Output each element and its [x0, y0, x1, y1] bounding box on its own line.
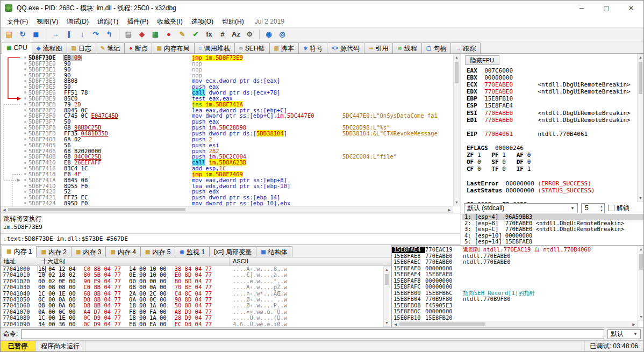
stack-row[interactable]: 15E8FAEC770EABE0ntdll.770EABE0 — [392, 259, 637, 265]
scroll-up-icon[interactable]: ▲ — [454, 54, 460, 61]
disasm-vscrollbar[interactable]: ▲ ▼ — [453, 54, 460, 206]
functions-button[interactable]: fx — [203, 28, 216, 40]
hide-fpu-button[interactable]: 隐藏FPU — [465, 55, 499, 65]
spinner-arrows-icon[interactable]: ▲▼ — [600, 204, 603, 213]
tab-notes[interactable]: ✎笔记 — [96, 42, 125, 53]
tab-breakpoints[interactable]: ●断点 — [124, 42, 152, 53]
menu-favourites[interactable]: 收藏夹(I) — [153, 18, 187, 25]
step-over-button[interactable]: ↷ — [89, 28, 102, 40]
breakpoint-dot[interactable] — [24, 91, 26, 94]
restart-button[interactable]: ↻ — [16, 28, 29, 40]
register-row[interactable]: EDI 770EABE0 <ntdll.DbgUiRemoteBreakin> — [467, 117, 636, 124]
breakpoint-dot[interactable] — [24, 138, 26, 140]
disassembly-panel[interactable]: 5D8F73DEEB 09jmp im.5D8F73E95D8F73E090no… — [1, 54, 460, 213]
breakpoints-button[interactable]: ● — [162, 28, 175, 40]
command-profile-select[interactable]: 默认 ▼ — [607, 329, 641, 339]
memory-row[interactable]: 7704109034 00 36 000C D9 04 77E8 00 EA 0… — [1, 321, 384, 327]
scroll-thumb[interactable] — [385, 274, 389, 285]
script-button[interactable]: ✎ — [176, 28, 189, 40]
breakpoint-dot[interactable] — [24, 62, 26, 64]
tab-handles[interactable]: ▢句柄 — [421, 42, 451, 53]
breakpoint-dot[interactable] — [24, 97, 26, 99]
breakpoint-dot[interactable] — [24, 185, 26, 187]
breakpoint-dot[interactable] — [24, 173, 26, 175]
scroll-right-icon[interactable]: ▶ — [446, 207, 453, 212]
tab-struct[interactable]: ▣结构体 — [256, 246, 292, 257]
tab-source[interactable]: <>源代码 — [327, 42, 364, 53]
stack-arg-row[interactable]: 1: [esp+4] 96A59BB3 — [462, 214, 643, 220]
memory-dump-panel[interactable]: 地址 十六进制 ASCII 7704100016 04 12 04C0 8B 0… — [1, 257, 391, 327]
register-row[interactable]: OF 0 SF 0 DF 0 — [467, 159, 636, 166]
run-button[interactable]: → — [49, 28, 62, 40]
register-row[interactable]: LastError 00000000 (ERROR_SUCCESS) — [467, 180, 636, 187]
scroll-up-icon[interactable]: ▲ — [384, 267, 390, 273]
register-row[interactable] — [467, 124, 636, 131]
registers-scrollbar[interactable]: ▲ ▼ — [637, 54, 644, 202]
run-until-return-button[interactable]: ↰ — [103, 28, 116, 40]
tab-log[interactable]: ▤日志 — [67, 42, 96, 53]
menu-file[interactable]: 文件(F) — [3, 18, 32, 25]
graph-button[interactable]: ◆ — [135, 28, 148, 40]
tab-threads[interactable]: ≋线程 — [392, 42, 421, 53]
register-row[interactable]: ZF 1 PF 1 AF 0 — [467, 152, 636, 159]
breakpoint-dot[interactable] — [24, 121, 26, 123]
scroll-down-icon[interactable]: ▼ — [638, 195, 643, 202]
scroll-left-icon[interactable]: ◀ — [392, 321, 399, 327]
tab-memory-4[interactable]: ▦内存 4 — [105, 246, 140, 257]
breakpoint-dot[interactable] — [24, 103, 26, 105]
menu-plugins[interactable]: 插件(P) — [123, 18, 153, 25]
tab-locals[interactable]: [x=]局部变量 — [209, 246, 256, 257]
scroll-thumb[interactable] — [639, 254, 643, 270]
scroll-thumb[interactable] — [399, 322, 485, 326]
register-row[interactable]: ECX 770EABE0 <ntdll.DbgUiRemoteBreakin> — [467, 81, 636, 88]
breakpoint-dot[interactable] — [24, 132, 26, 134]
tab-references[interactable]: ⇒引用 — [364, 42, 393, 53]
scroll-down-icon[interactable]: ▼ — [454, 199, 460, 206]
menu-help[interactable]: 帮助(H) — [218, 18, 248, 25]
breakpoint-dot[interactable] — [24, 86, 26, 88]
register-row[interactable]: ESP 15E8FAE4 — [467, 102, 636, 109]
tab-call-stack[interactable]: ≡调用堆栈 — [194, 42, 235, 53]
tab-graph[interactable]: ◆流程图 — [32, 42, 67, 53]
register-row[interactable] — [467, 194, 636, 201]
register-row[interactable]: EBX 00000000 — [467, 74, 636, 81]
breakpoint-dot[interactable] — [24, 68, 26, 70]
breakpoint-dot[interactable] — [24, 162, 26, 164]
register-row[interactable]: ESI 770EABE0 <ntdll.DbgUiRemoteBreakin> — [467, 110, 636, 117]
memory-map-button[interactable]: ▦ — [149, 28, 162, 40]
stop-button[interactable]: ◼ — [30, 28, 42, 40]
open-file-button[interactable]: ▤ — [3, 28, 16, 40]
register-row[interactable] — [467, 173, 636, 179]
stack-row[interactable]: 15E8FB04770B9F80ntdll.770B9F80 — [392, 296, 637, 303]
scroll-down-icon[interactable]: ▼ — [384, 320, 390, 326]
close-button[interactable]: ✕ — [619, 1, 643, 16]
scroll-thumb[interactable] — [455, 62, 459, 83]
tab-memory-5[interactable]: ▦内存 5 — [140, 246, 175, 257]
pause-button[interactable]: ∥ — [62, 28, 75, 40]
maximize-button[interactable]: ▢ — [594, 1, 619, 16]
breakpoint-dot[interactable] — [24, 115, 26, 117]
memory-scrollbar[interactable]: ▲ ▼ — [383, 266, 390, 327]
breakpoint-dot[interactable] — [24, 144, 26, 146]
tab-cpu[interactable]: ▦CPU — [2, 42, 32, 54]
tab-memory-map[interactable]: ▦内存布局 — [152, 42, 194, 53]
breakpoint-dot[interactable] — [24, 80, 26, 82]
tab-memory-1[interactable]: ▦内存 1 — [2, 246, 37, 257]
breakpoint-dot[interactable] — [24, 74, 26, 76]
command-input[interactable] — [21, 329, 604, 339]
settings-button[interactable]: ⚙ — [243, 28, 256, 40]
registers-panel[interactable]: 隐藏FPU EAX 007C6000EBX 00000000ECX 770EAB… — [461, 54, 644, 245]
minimize-button[interactable]: ─ — [569, 1, 594, 16]
scroll-up-icon[interactable]: ▲ — [638, 54, 643, 61]
strings-button[interactable]: Az — [230, 28, 242, 40]
breakpoint-dot[interactable] — [24, 191, 26, 193]
scroll-right-icon[interactable]: ▶ — [631, 321, 637, 327]
help-button[interactable]: ◉ — [262, 28, 275, 40]
register-row[interactable]: CF 0 TF 0 IF 1 — [467, 166, 636, 173]
checkbox-icon[interactable] — [608, 205, 614, 211]
register-row[interactable]: EBP 15E8FB10 — [467, 95, 636, 102]
stack-arg-row[interactable]: 5: [esp+14] 15E8FAE8 — [462, 239, 643, 245]
menu-view[interactable]: 视图(V) — [32, 18, 62, 25]
breakpoint-dot[interactable] — [24, 109, 26, 111]
memory-row[interactable]: 7704103000 08 08 00C0 8B 04 7708 00 0A 0… — [1, 284, 384, 290]
